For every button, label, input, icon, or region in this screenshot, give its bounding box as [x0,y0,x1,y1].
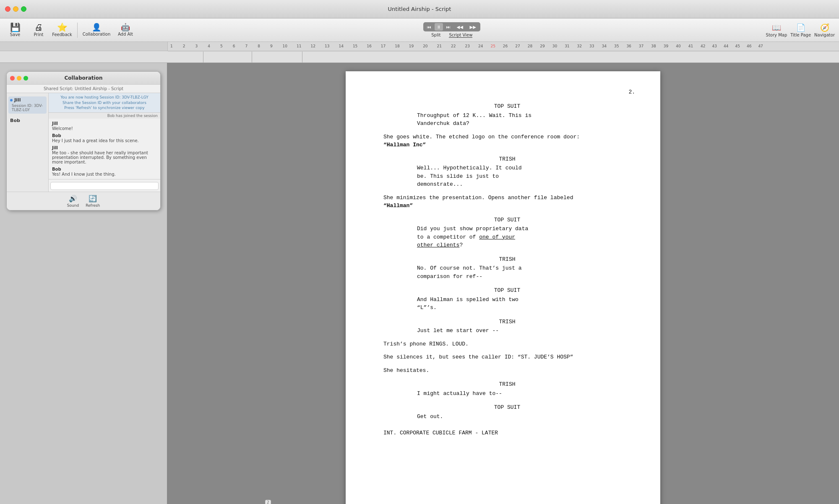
script-action-1: She goes white. The etched logo on the c… [383,133,631,149]
title-page-icon: 📄 [796,23,805,32]
story-map-icon: 📖 [772,23,781,32]
script-dial-3: Did you just show proprietary datato a c… [417,225,597,249]
toolbar-separator-1 [77,23,78,38]
chat-sender-2: Jill [52,145,157,150]
save-button[interactable]: 💾 Save [4,21,26,40]
main-area: Collaboration Shared Script: Untitled Ai… [0,63,839,504]
chat-sender-0: Jill [52,121,157,126]
script-char-trish-3: TRISH [383,318,631,326]
collab-traffic-lights [10,76,28,81]
save-icon: 💾 [10,23,21,31]
print-button[interactable]: 🖨 Print [28,21,50,40]
story-map-button[interactable]: 📖 Story Map [766,23,787,37]
chat-input-field[interactable] [50,182,159,190]
tab-split[interactable]: Split [431,33,440,38]
collab-joined-msg: Bob has joined the session [49,113,160,119]
feedback-button[interactable]: ⭐ Feedback [51,21,73,40]
script-action-6: INT. CORPORATE CUBICLE FARM - LATER [383,429,631,437]
user-jill-session: Session ID: 3DV-TLBZ-LGY [10,103,45,113]
script-char-trish-4: TRISH [383,380,631,389]
script-action-bold-2: “Hallman” [383,203,413,209]
chat-text-2: Me too - she should have her really impo… [52,151,157,164]
script-dial-7: I might actually have to-- [417,390,597,398]
save-label: Save [10,32,21,37]
add-alt-button[interactable]: 🤖 Add Alt [113,21,138,40]
chat-message-0: Jill Welcome! [52,121,157,131]
sound-button[interactable]: 🔊 Sound [67,195,79,208]
chat-text-1: Hey I just had a great idea for this sce… [52,138,157,143]
collab-body: Jill Session ID: 3DV-TLBZ-LGY Bob [7,93,160,192]
playback-controls: ⏮ ⏸ ⏭ ◀◀ ▶▶ [423,22,480,31]
print-icon: 🖨 [34,23,43,31]
script-dial-2: Well... Hypothetically. It couldbe. This… [417,164,597,189]
collab-chat-area: You are now hosting Session ID: 3DV-TLBZ… [49,93,160,192]
fast-fwd-button[interactable]: ▶▶ [467,23,479,31]
script-action-5: She hesitates. [383,366,631,375]
script-dial-6: Just let me start over -- [417,327,597,335]
script-char-top-suit-1: TOP SUIT [383,102,631,111]
chat-message-2: Jill Me too - she should have her really… [52,145,157,164]
collaboration-button[interactable]: 👤 Collaboration [82,21,111,40]
feedback-label: Feedback [52,32,72,37]
collab-user-jill: Jill Session ID: 3DV-TLBZ-LGY [8,96,47,114]
navigator-button[interactable]: 🧭 Navigator [814,23,835,37]
collab-minimize-button[interactable] [17,76,21,81]
minimize-button[interactable] [13,6,18,12]
script-char-top-suit-4: TOP SUIT [383,403,631,412]
script-action-bold-1: “Hallman Inc” [383,142,426,148]
title-bar: Untitled Airship - Script [0,0,839,18]
script-dial-4: No. Of course not. That’s just acomparis… [417,264,597,281]
toolbar-right: 📖 Story Map 📄 Title Page 🧭 Navigator [766,23,835,37]
close-button[interactable] [5,6,10,12]
collab-user-bob: Bob [8,117,47,124]
chat-sender-3: Bob [52,167,157,171]
chat-message-1: Bob Hey I just had a great idea for this… [52,133,157,143]
script-char-trish-2: TRISH [383,255,631,264]
ruler-tabs-row [0,51,839,62]
host-info-line-3: Press 'Refresh' to synchronize viewer co… [51,105,158,111]
collab-maximize-button[interactable] [23,76,28,81]
collaboration-label: Collaboration [83,32,111,36]
chat-message-3: Bob Yes! And I know just the thing. [52,167,157,177]
traffic-lights [0,6,26,12]
user-jill-name: Jill [14,97,21,103]
collab-chat-input-area [49,179,160,192]
user-active-dot [10,99,13,101]
chat-text-3: Yes! And I know just the thing. [52,172,157,177]
script-page: 2. TOP SUIT Throughput of 12 K... Wait. … [346,71,660,504]
script-char-trish-1: TRISH [383,155,631,164]
story-map-label: Story Map [766,33,787,37]
collab-titlebar: Collaboration [7,72,160,85]
script-action-3: Trish’s phone RINGS. LOUD. [383,340,631,348]
tab-script-view[interactable]: Script View [449,33,472,38]
collaboration-icon: 👤 [92,23,101,31]
feedback-icon: ⭐ [57,23,68,31]
skip-fwd-button[interactable]: ⏭ [444,23,453,31]
script-content: TOP SUIT Throughput of 12 K... Wait. Thi… [383,102,631,437]
host-info-line-2: Share the Session ID with your collabora… [51,100,158,106]
toolbar: 💾 Save 🖨 Print ⭐ Feedback 👤 Collaboratio… [0,18,839,42]
rewind-button[interactable]: ◀◀ [454,23,466,31]
collab-host-info: You are now hosting Session ID: 3DV-TLBZ… [49,93,160,113]
chat-text-0: Welcome! [52,126,157,131]
refresh-button[interactable]: 🔄 Refresh [86,195,100,208]
skip-back-button[interactable]: ⏮ [425,23,433,31]
collab-close-button[interactable] [10,76,15,81]
add-alt-label: Add Alt [118,32,133,36]
title-page-button[interactable]: 📄 Title Page [790,23,811,37]
script-dial-8: Get out. [417,413,597,421]
collab-window-title: Collaboration [65,75,103,81]
chat-sender-1: Bob [52,133,157,138]
title-page-label: Title Page [790,33,811,37]
maximize-button[interactable] [21,6,26,12]
collab-users-list: Jill Session ID: 3DV-TLBZ-LGY Bob [7,93,49,192]
collaboration-window: Collaboration Shared Script: Untitled Ai… [6,71,161,210]
pause-button[interactable]: ⏸ [435,23,443,31]
script-char-top-suit-2: TOP SUIT [383,216,631,224]
ruler-numbers-row: 1 2 3 4 5 6 7 8 9 10 11 12 13 14 15 16 1… [0,42,839,51]
script-area: 2. TOP SUIT Throughput of 12 K... Wait. … [167,63,839,504]
collab-footer: 🔊 Sound 🔄 Refresh [7,192,160,210]
user-bob-name: Bob [10,118,20,123]
sound-label: Sound [67,203,79,208]
navigator-icon: 🧭 [820,23,829,32]
